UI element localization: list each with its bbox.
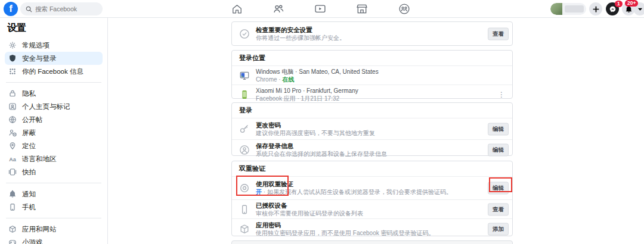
sidebar-item-label: 快拍 — [22, 168, 36, 177]
watch-icon[interactable] — [312, 2, 329, 15]
sidebar-item-apps-websites[interactable]: 应用和网站 — [5, 223, 103, 236]
use-two-factor-row: 使用双重验证 开 · 如果发现有人尝试从陌生设备或浏览器登录，我们会要求提供验证… — [232, 177, 512, 199]
sidebar-item-public-posts[interactable]: 公开帖 — [5, 113, 103, 126]
two-factor-status-on: 开 — [256, 189, 262, 195]
sidebar-item-location[interactable]: 定位 — [5, 139, 103, 152]
sidebar-item-your-facebook-info[interactable]: 你的 Facebook 信息 — [5, 65, 103, 78]
sidebar-item-label: 应用和网站 — [22, 225, 57, 234]
desktop-icon — [239, 70, 250, 81]
edit-button[interactable]: 编辑 — [488, 143, 509, 156]
search-box[interactable] — [20, 2, 103, 15]
facebook-logo-icon[interactable]: f — [4, 2, 18, 16]
home-icon[interactable] — [228, 2, 245, 15]
apps-icon — [8, 225, 17, 233]
row-title: 已授权设备 — [256, 202, 363, 209]
search-input[interactable] — [35, 5, 95, 12]
two-factor-shield-icon — [239, 183, 250, 193]
sidebar-item-label: 定位 — [22, 142, 36, 151]
key-icon — [239, 124, 250, 134]
session-row-xiaomi[interactable]: Xiaomi Mi 10 Pro · Frankfurt, Germany Fa… — [232, 85, 512, 104]
sidebar-item-language-region[interactable]: Aa 语言和地区 — [5, 152, 103, 165]
session-detail: Facebook 应用 · 1月21日 17:32 — [256, 95, 358, 102]
block-user-icon — [8, 129, 17, 137]
authorized-devices-row: 已授权设备 审核你不需要使用验证码登录的设备列表 查看 — [232, 199, 512, 218]
page-title: 设置 — [7, 22, 103, 35]
row-title: 更改密码 — [256, 121, 375, 129]
user-circle-icon — [239, 145, 250, 155]
sidebar-item-label: 安全与登录 — [22, 54, 57, 63]
sidebar-item-label: 通知 — [22, 190, 36, 199]
location-pin-icon — [8, 142, 17, 150]
language-icon: Aa — [8, 155, 17, 163]
add-button[interactable]: 添加 — [488, 223, 509, 235]
session-browser: Chrome · — [256, 76, 282, 83]
edit-button[interactable]: 编辑 — [488, 123, 509, 135]
sidebar-item-blocking[interactable]: 屏蔽 — [5, 126, 103, 139]
device-icon — [239, 204, 250, 215]
sidebar-item-label: 常规选项 — [22, 41, 49, 50]
app-passwords-row: 应用密码 使用独立密码登录应用，而不是使用 Facebook 密码或登录验证码。… — [232, 218, 512, 239]
messenger-badge: 1 — [615, 1, 623, 7]
lock-icon — [8, 89, 17, 98]
row-title: 应用密码 — [256, 221, 434, 229]
sidebar-item-privacy[interactable]: 隐私 — [5, 87, 103, 100]
sidebar-item-label: 隐私 — [22, 89, 36, 98]
sidebar-divider — [6, 218, 101, 218]
session-title: Xiaomi Mi 10 Pro · Frankfurt, Germany — [256, 87, 358, 95]
row-subtitle: · 如果发现有人尝试从陌生设备或浏览器登录，我们会要求提供验证码。 — [262, 189, 452, 195]
sidebar-item-label: 屏蔽 — [22, 129, 36, 137]
row-title: 保存登录信息 — [256, 142, 387, 150]
session-row-windows[interactable]: Windows 电脑 · San Mateo, CA, United State… — [232, 66, 512, 85]
sidebar-item-label: 手机 — [22, 203, 36, 212]
row-subtitle: 建议你使用高强度密码，不要与其他地方重复 — [256, 129, 375, 137]
row-title: 检查重要的安全设置 — [256, 26, 345, 34]
create-plus-button[interactable] — [589, 2, 602, 15]
section-header: 双重验证 — [232, 161, 512, 177]
sidebar-item-security-login[interactable]: 安全与登录 — [5, 52, 103, 65]
android-phone-icon — [239, 89, 250, 100]
sidebar-item-general[interactable]: 常规选项 — [5, 39, 103, 52]
search-icon — [26, 6, 32, 12]
groups-icon[interactable] — [396, 2, 413, 15]
view-button[interactable]: 查看 — [488, 203, 509, 215]
top-navigation-bar: f 1 20+ — [0, 0, 644, 18]
sidebar-item-label: 个人主页与标记 — [22, 102, 70, 111]
save-login-row: 保存登录信息 系统只会在你选择的浏览器和设备上保存登录信息 编辑 — [232, 139, 512, 159]
sidebar-item-label: 小游戏 — [22, 238, 43, 244]
shield-check-icon — [239, 29, 250, 39]
profile-pill[interactable] — [550, 3, 586, 15]
grid-icon — [8, 67, 17, 76]
settings-sidebar: 设置 常规选项 安全与登录 你的 Facebook 信息 隐私 个人主页与标记 … — [0, 18, 108, 244]
row-subtitle: 你将通过一些步骤加强帐户安全。 — [256, 34, 345, 42]
row-subtitle: 系统只会在你选择的浏览器和设备上保存登录信息 — [256, 150, 387, 158]
row-subtitle: 使用独立密码登录应用，而不是使用 Facebook 密码或登录验证码。 — [256, 229, 434, 237]
change-password-row: 更改密码 建议你使用高强度密码，不要与其他地方重复 编辑 — [232, 118, 512, 139]
svg-text:Aa: Aa — [9, 157, 16, 162]
profile-tag-icon — [8, 102, 17, 111]
sidebar-item-notifications[interactable]: 通知 — [5, 187, 103, 201]
globe-icon — [8, 115, 17, 124]
login-card: 登录 更改密码 建议你使用高强度密码，不要与其他地方重复 编辑 保存登录信息 系… — [231, 102, 513, 156]
sidebar-item-instant-games[interactable]: 小游戏 — [5, 236, 103, 244]
gear-icon — [8, 41, 17, 49]
security-checkup-row: 检查重要的安全设置 你将通过一些步骤加强帐户安全。 查看 — [232, 22, 512, 45]
view-button[interactable]: 查看 — [488, 27, 509, 40]
sidebar-item-profile-tagging[interactable]: 个人主页与标记 — [5, 100, 103, 113]
sidebar-item-stories[interactable]: 快拍 — [5, 165, 103, 179]
notifications-badge: 20+ — [625, 0, 638, 7]
friends-icon[interactable] — [270, 2, 287, 15]
sidebar-item-label: 公开帖 — [22, 115, 43, 124]
edit-button[interactable]: 编辑 — [488, 182, 509, 195]
row-subtitle: 审核你不需要使用验证码登录的设备列表 — [256, 209, 363, 217]
row-title: 使用双重验证 — [256, 180, 452, 188]
login-locations-card: 登录位置 Windows 电脑 · San Mateo, CA, United … — [231, 50, 513, 99]
security-checkup-card: 检查重要的安全设置 你将通过一些步骤加强帐户安全。 查看 — [231, 21, 513, 46]
sidebar-divider — [6, 82, 101, 83]
kebab-menu-icon[interactable]: ⋮ — [498, 90, 505, 99]
section-header: 登录 — [232, 103, 512, 118]
stories-icon — [8, 168, 17, 176]
mobile-icon — [8, 203, 17, 211]
session-status-online: 在线 — [282, 76, 294, 83]
marketplace-icon[interactable] — [354, 2, 370, 15]
sidebar-item-mobile[interactable]: 手机 — [5, 201, 103, 214]
